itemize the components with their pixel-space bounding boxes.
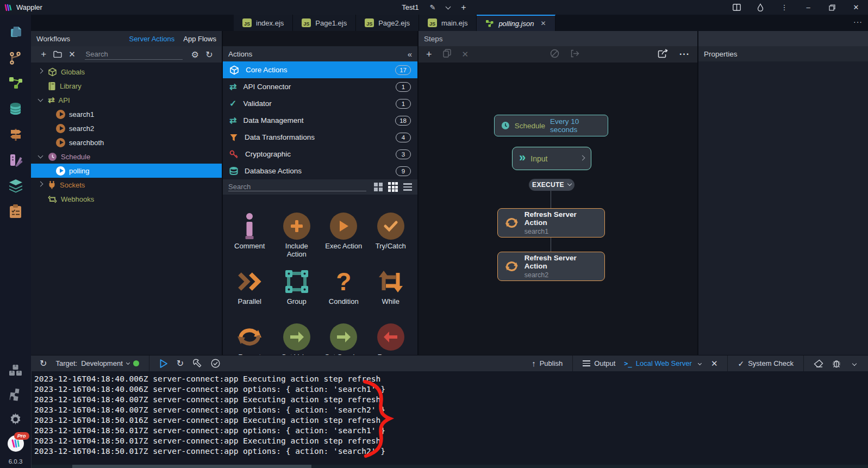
action-remove-session[interactable]: Remove Session [367,321,415,355]
publish-button[interactable]: ↑ Publish [527,359,567,368]
server-selector[interactable]: >_ Local Web Server [620,359,696,367]
console-hscrollbar[interactable] [32,465,868,468]
project-dropdown-icon[interactable] [446,4,451,9]
list-view-icon[interactable] [403,183,412,191]
wappler-pro-logo[interactable]: Pro [7,435,24,452]
expand-icon[interactable] [38,182,43,187]
step-refresh-search2[interactable]: Refresh Server Action search2 [497,252,605,281]
build-hammer-icon[interactable] [188,359,207,368]
tab-index-ejs[interactable]: JS index.ejs [234,15,293,31]
debug-bug-icon[interactable] [828,359,845,368]
tree-item-globals[interactable]: Globals [31,65,222,79]
tab-main-ejs[interactable]: JS main.ejs [419,15,477,31]
restore-button[interactable] [820,0,844,15]
tree-item-library[interactable]: Library [31,79,222,93]
workflows-refresh-icon[interactable]: ↻ [202,49,216,60]
open-in-browser-icon[interactable] [658,49,669,60]
system-check-button[interactable]: ✓ System Check [733,359,798,368]
expand-icon[interactable] [38,68,43,74]
tab-polling-json[interactable]: polling.json ✕ [477,15,555,31]
collapse-icon[interactable] [38,153,43,159]
collapse-icon[interactable] [38,97,43,102]
pages-icon[interactable] [7,23,24,41]
action-parallel[interactable]: Parallel [226,266,273,320]
theme-droplet-icon[interactable] [748,0,772,15]
tree-item-api[interactable]: ⇄ API [31,93,222,107]
category-validator[interactable]: ✓ Validator 1 [223,95,417,112]
close-tab-icon[interactable]: ✕ [540,20,546,27]
split-view-icon[interactable] [725,0,748,15]
tree-item-searchboth[interactable]: searchboth [31,135,222,149]
tree-item-sockets[interactable]: Sockets [31,178,222,192]
small-grid-view-icon[interactable] [388,182,398,192]
settings-gear-icon[interactable] [7,410,24,428]
output-console[interactable]: 2023-12-16T04:18:40.006Z server-connect:… [31,371,868,468]
clear-console-icon[interactable] [809,359,828,368]
layers-icon[interactable] [7,177,24,194]
copy-step-icon[interactable] [443,49,451,60]
collapse-console-icon[interactable] [852,361,857,365]
workflows-icon[interactable] [7,74,24,92]
action-comment[interactable]: Comment [226,210,273,265]
step-schedule[interactable]: Schedule Every 10 seconds [494,115,608,136]
extract-step-icon[interactable] [570,49,580,60]
mode-app-flows[interactable]: App Flows [183,35,216,43]
tree-item-polling[interactable]: polling [31,164,222,178]
action-repeat[interactable]: Repeat [226,321,273,355]
tasks-icon[interactable] [7,202,24,220]
target-selector[interactable]: Target: Development [51,359,143,367]
category-database-actions[interactable]: Database Actions 9 [223,163,417,179]
git-icon[interactable] [7,49,24,66]
actions-search-input[interactable] [228,183,366,191]
action-condition[interactable]: ? Condition [320,266,367,320]
action-set-value[interactable]: Set Value [273,321,321,355]
step-refresh-search1[interactable]: Refresh Server Action search1 [497,208,605,238]
execute-dropdown-icon[interactable] [567,182,572,186]
step-input[interactable]: » Input [512,147,591,170]
tree-item-webhooks[interactable]: Webhooks [31,192,222,206]
action-while[interactable]: While [367,266,415,320]
close-output-icon[interactable]: ✕ [707,359,722,369]
check-status-icon[interactable] [207,359,224,368]
tab-page1-ejs[interactable]: JS Page1.ejs [293,15,356,31]
close-window-button[interactable]: ✕ [844,0,868,15]
category-data-transformations[interactable]: Data Transformations 4 [223,129,417,146]
workflows-settings-icon[interactable]: ⚙ [188,49,202,60]
execute-pill[interactable]: EXECUTE [529,179,574,191]
tree-item-search1[interactable]: search1 [31,107,222,121]
mode-server-actions[interactable]: Server Actions [129,35,174,43]
large-grid-view-icon[interactable] [374,183,383,191]
add-project-icon[interactable]: + [461,3,466,12]
menu-kebab-icon[interactable]: ⋮ [772,0,796,15]
category-cryptographic[interactable]: Cryptographic 3 [223,146,417,163]
reload-button[interactable]: ↻ [172,358,188,369]
tree-item-search2[interactable]: search2 [31,121,222,135]
collapse-panel-icon[interactable]: « [408,49,412,59]
scrollbar-thumb[interactable] [72,465,311,468]
delete-step-icon[interactable]: ✕ [462,49,469,59]
output-button[interactable]: Output [578,359,620,367]
tree-item-schedule[interactable]: Schedule [31,149,222,164]
add-step-icon[interactable]: + [426,49,432,60]
tab-page2-ejs[interactable]: JS Page2.ejs [356,15,419,31]
action-exec-action[interactable]: Exec Action [320,210,367,265]
new-folder-icon[interactable] [51,50,65,59]
category-data-management[interactable]: ⇄ Data Management 18 [223,112,417,129]
steps-canvas[interactable]: Schedule Every 10 seconds » Input EXECUT… [419,63,697,355]
styles-icon[interactable] [7,151,24,169]
workflows-search-input[interactable] [85,49,183,60]
packages-icon[interactable] [7,361,24,379]
action-group[interactable]: Group [273,266,321,320]
run-button[interactable] [155,359,172,369]
extensions-icon[interactable] [7,386,24,403]
expand-input-icon[interactable] [580,155,585,160]
sync-target-icon[interactable]: ↻ [31,358,51,369]
disable-step-icon[interactable] [550,49,559,60]
minimize-button[interactable]: – [796,0,820,15]
add-action-icon[interactable]: + [36,49,51,60]
edit-project-icon[interactable]: ✎ [429,4,435,11]
routing-icon[interactable] [7,126,24,143]
action-include-action[interactable]: Include Action [273,210,321,265]
action-try-catch[interactable]: Try/Catch [367,210,415,265]
category-api-connector[interactable]: ⇄ API Connector 1 [223,78,417,95]
